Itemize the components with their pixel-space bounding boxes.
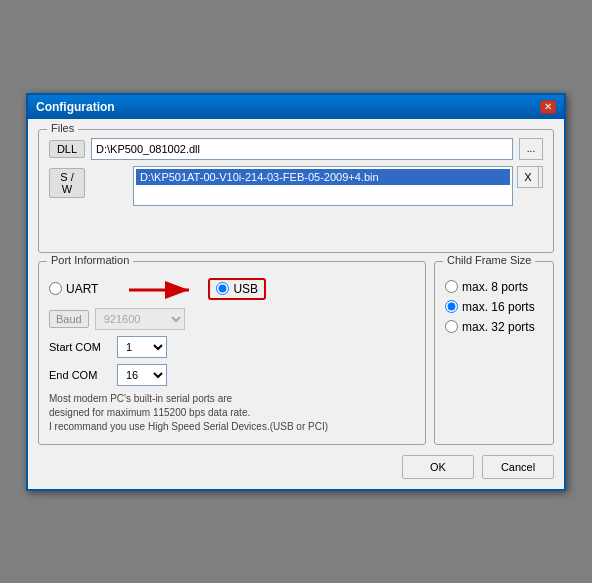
dll-browse-button[interactable]: ...	[519, 138, 543, 160]
end-com-row: End COM 16 8 32	[49, 364, 415, 386]
max-8-label: max. 8 ports	[462, 280, 528, 294]
dll-input[interactable]	[91, 138, 513, 160]
child-frame-group: Child Frame Size max. 8 ports max. 16 po…	[434, 261, 554, 445]
max-32-option[interactable]: max. 32 ports	[445, 320, 543, 334]
cancel-button[interactable]: Cancel	[482, 455, 554, 479]
usb-radio[interactable]	[216, 282, 229, 295]
configuration-dialog: Configuration ✕ Files DLL ... S / W D:\K…	[26, 93, 566, 491]
sw-label: S / W	[49, 168, 85, 198]
max-16-option[interactable]: max. 16 ports	[445, 300, 543, 314]
baud-label: Baud	[49, 310, 89, 328]
dll-row: DLL ...	[49, 138, 543, 160]
info-line1: Most modern PC's built-in serial ports a…	[49, 392, 415, 406]
sw-row: S / W D:\KP501AT-00-V10i-214-03-FEB-05-2…	[49, 166, 543, 206]
max-16-label: max. 16 ports	[462, 300, 535, 314]
start-com-select[interactable]: 1 2 3	[117, 336, 167, 358]
title-bar: Configuration ✕	[28, 95, 564, 119]
files-group-label: Files	[47, 122, 78, 134]
window-title: Configuration	[36, 100, 115, 114]
dialog-buttons: OK Cancel	[38, 455, 554, 479]
sw-list: D:\KP501AT-00-V10i-214-03-FEB-05-2009+4.…	[133, 166, 513, 206]
max-8-option[interactable]: max. 8 ports	[445, 280, 543, 294]
child-frame-label: Child Frame Size	[443, 254, 535, 266]
arrow-indicator	[129, 270, 209, 300]
ok-button[interactable]: OK	[402, 455, 474, 479]
uart-option[interactable]: UART	[49, 282, 98, 296]
info-line2: designed for maximum 115200 bps data rat…	[49, 406, 415, 420]
info-line3: I recommand you use High Speed Serial De…	[49, 420, 415, 434]
max-32-radio[interactable]	[445, 320, 458, 333]
start-com-row: Start COM 1 2 3	[49, 336, 415, 358]
sw-remove-button[interactable]: X	[517, 166, 539, 188]
max-8-radio[interactable]	[445, 280, 458, 293]
close-button[interactable]: ✕	[540, 100, 556, 114]
uart-radio[interactable]	[49, 282, 62, 295]
baud-select[interactable]: 921600	[95, 308, 185, 330]
uart-label: UART	[66, 282, 98, 296]
usb-label: USB	[233, 282, 258, 296]
port-info-group: Port Information UART	[38, 261, 426, 445]
files-group: Files DLL ... S / W D:\KP501AT-00-V10i-2…	[38, 129, 554, 253]
port-info-label: Port Information	[47, 254, 133, 266]
start-com-label: Start COM	[49, 341, 109, 353]
info-text: Most modern PC's built-in serial ports a…	[49, 392, 415, 434]
max-16-radio[interactable]	[445, 300, 458, 313]
list-item[interactable]: D:\KP501AT-00-V10i-214-03-FEB-05-2009+4.…	[136, 169, 510, 185]
end-com-label: End COM	[49, 369, 109, 381]
usb-option-container: USB	[208, 278, 266, 300]
max-32-label: max. 32 ports	[462, 320, 535, 334]
baud-row: Baud 921600	[49, 308, 415, 330]
dll-label: DLL	[49, 140, 85, 158]
end-com-select[interactable]: 16 8 32	[117, 364, 167, 386]
